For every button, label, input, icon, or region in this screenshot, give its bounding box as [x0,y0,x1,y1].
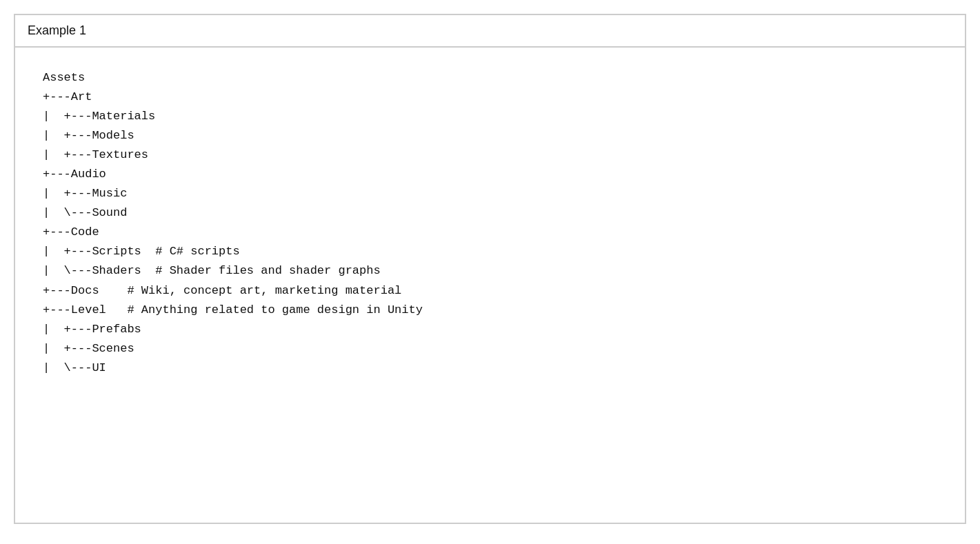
tree-content: Assets +---Art | +---Materials | +---Mod… [15,48,965,399]
main-container: Example 1 Assets +---Art | +---Materials… [14,14,966,524]
example-title: Example 1 [15,15,965,48]
